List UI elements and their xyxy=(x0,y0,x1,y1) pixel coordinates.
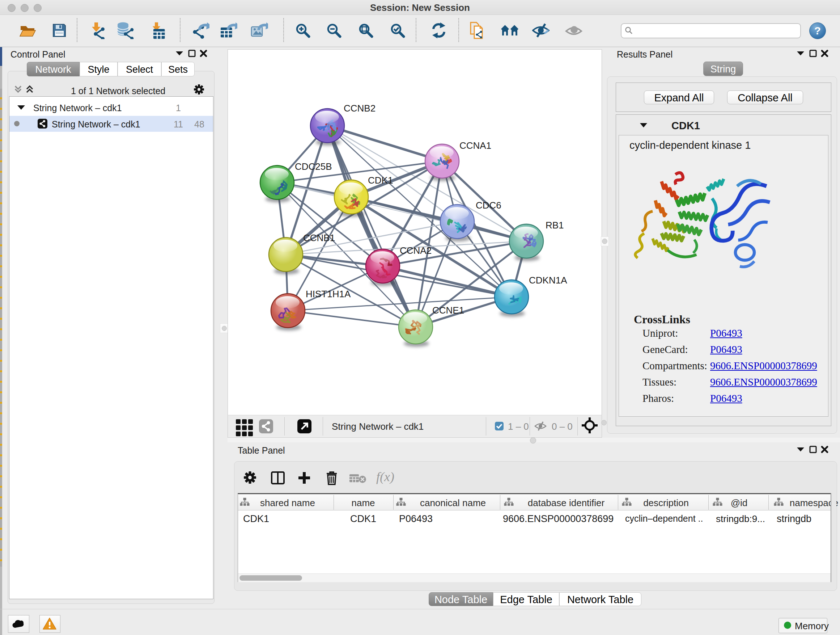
svg-text:HIST1H1A: HIST1H1A xyxy=(306,288,351,299)
svg-text:CCNB2: CCNB2 xyxy=(344,103,376,114)
svg-text:CDC6: CDC6 xyxy=(476,200,501,211)
svg-text:RB1: RB1 xyxy=(546,220,564,231)
svg-text:CCNA2: CCNA2 xyxy=(400,245,431,256)
svg-text:CDK1: CDK1 xyxy=(368,175,393,186)
svg-text:CCNA1: CCNA1 xyxy=(459,140,491,151)
svg-text:CCNE1: CCNE1 xyxy=(432,305,464,316)
svg-text:CCNB1: CCNB1 xyxy=(303,233,335,243)
svg-text:CDKN1A: CDKN1A xyxy=(529,275,567,286)
svg-text:CDC25B: CDC25B xyxy=(295,161,332,172)
